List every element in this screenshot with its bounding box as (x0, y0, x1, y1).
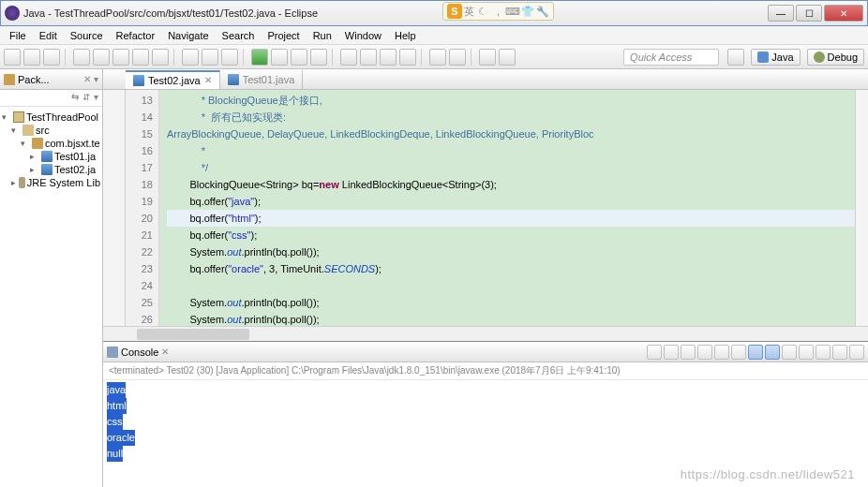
project-tree[interactable]: ▾TestThreadPool ▾src ▾com.bjsxt.te ▸Test… (0, 107, 102, 193)
java-file-icon (133, 75, 144, 86)
menu-refactor[interactable]: Refactor (111, 28, 161, 43)
package-explorer: Pack... ✕ ▾ ⇆ ⇵ ▾ ▾TestThreadPool ▾src ▾… (0, 69, 103, 487)
save-all-button[interactable] (43, 49, 60, 66)
console-tab[interactable]: Console ✕ (103, 342, 868, 362)
editor-tabs: Test02.java✕Test01.java (103, 69, 868, 90)
ime-logo-icon[interactable]: S (447, 4, 462, 19)
menu-source[interactable]: Source (65, 28, 109, 43)
ime-tool-icon[interactable]: 🔧 (536, 5, 549, 18)
folder-icon (22, 125, 34, 136)
minimize-view-button[interactable] (832, 345, 847, 360)
console-status: <terminated> Test02 (30) [Java Applicati… (103, 362, 868, 380)
library-icon (19, 177, 25, 188)
open-console-button[interactable] (816, 345, 831, 360)
scroll-lock-button[interactable] (748, 345, 763, 360)
debug-perspective-icon (814, 52, 825, 63)
menu-search[interactable]: Search (217, 28, 261, 43)
maximize-button[interactable]: ☐ (796, 5, 822, 22)
collapse-icon[interactable]: ⇆ (71, 92, 79, 104)
java-file-icon (41, 151, 52, 162)
java-file-icon (228, 74, 239, 85)
toolbar-button[interactable] (182, 49, 199, 66)
ime-skin-icon[interactable]: 👕 (521, 5, 534, 18)
project-icon (13, 111, 24, 123)
debug-button[interactable] (271, 49, 288, 66)
menu-project[interactable]: Project (262, 28, 305, 43)
close-view-icon[interactable]: ✕ (83, 74, 91, 84)
main-toolbar: Quick Access Java Debug (0, 45, 868, 69)
close-button[interactable]: ✕ (824, 5, 863, 22)
run-button[interactable] (251, 49, 268, 66)
forward-button[interactable] (499, 49, 516, 66)
code-editor[interactable]: 131415161718192021222324252627 * Blockin… (103, 90, 868, 326)
close-tab-icon[interactable]: ✕ (161, 347, 169, 357)
quick-access-input[interactable]: Quick Access (623, 49, 719, 66)
package-icon (4, 74, 15, 85)
toolbar-button[interactable] (291, 49, 307, 66)
toolbar-button[interactable] (360, 49, 377, 66)
remove-all-button[interactable] (714, 345, 729, 360)
editor-tab[interactable]: Test01.java (220, 70, 304, 89)
horizontal-scrollbar[interactable] (103, 326, 868, 341)
console-button[interactable] (647, 345, 662, 360)
toolbar-button[interactable] (380, 49, 397, 66)
toolbar-button[interactable] (310, 49, 327, 66)
toolbar-button[interactable] (132, 49, 149, 66)
watermark: https://blog.csdn.net/lidew521 (681, 467, 855, 481)
open-perspective-button[interactable] (727, 49, 744, 66)
perspective-debug[interactable]: Debug (807, 49, 864, 66)
code-area[interactable]: * BlockingQueue是个接口, * 所有已知实现类:ArrayBloc… (159, 90, 868, 326)
show-console-button[interactable] (765, 345, 780, 360)
package-icon (32, 138, 43, 149)
view-menu-icon[interactable]: ▾ (94, 92, 98, 104)
ime-lang[interactable]: 英 (464, 5, 474, 19)
perspective-java[interactable]: Java (751, 49, 800, 66)
java-file-icon (41, 164, 52, 175)
toolbar-button[interactable] (340, 49, 357, 66)
menu-edit[interactable]: Edit (34, 28, 63, 43)
ime-punct-icon[interactable]: ， (491, 5, 504, 18)
maximize-view-button[interactable] (849, 345, 864, 360)
ime-keyboard-icon[interactable]: ⌨ (506, 5, 519, 18)
view-menu-icon[interactable]: ▾ (94, 74, 98, 84)
toolbar-button[interactable] (73, 49, 90, 66)
terminate-button[interactable] (681, 345, 696, 360)
toolbar-button[interactable] (221, 49, 238, 66)
remove-launch-button[interactable] (697, 345, 712, 360)
console-button[interactable] (664, 345, 679, 360)
line-numbers: 131415161718192021222324252627 (126, 90, 159, 326)
console-icon (107, 347, 118, 358)
package-explorer-tab[interactable]: Pack... ✕ ▾ (0, 69, 102, 90)
clear-console-button[interactable] (731, 345, 746, 360)
java-perspective-icon (757, 52, 769, 63)
window-title: Java - TestThreadPool/src/com/bjsxt/test… (23, 7, 768, 19)
console-view: Console ✕ <terminated> Tes (103, 341, 868, 487)
menu-file[interactable]: File (4, 28, 32, 43)
editor-tab[interactable]: Test02.java✕ (126, 70, 220, 89)
eclipse-icon (5, 6, 20, 21)
toolbar-button[interactable] (449, 49, 466, 66)
menubar: FileEditSourceRefactorNavigateSearchProj… (0, 26, 868, 45)
display-console-button[interactable] (799, 345, 814, 360)
menu-help[interactable]: Help (389, 28, 422, 43)
toolbar-button[interactable] (93, 49, 110, 66)
toolbar-button[interactable] (112, 49, 129, 66)
toolbar-button[interactable] (152, 49, 169, 66)
pin-console-button[interactable] (782, 345, 797, 360)
link-icon[interactable]: ⇵ (82, 92, 90, 104)
window-titlebar: Java - TestThreadPool/src/com/bjsxt/test… (0, 0, 868, 26)
toolbar-button[interactable] (429, 49, 446, 66)
close-tab-icon[interactable]: ✕ (204, 75, 212, 85)
minimize-button[interactable]: — (768, 5, 794, 22)
overview-ruler[interactable] (855, 90, 868, 326)
ime-moon-icon[interactable]: ☾ (476, 5, 489, 18)
ime-bar[interactable]: S 英 ☾ ， ⌨ 👕 🔧 (442, 2, 554, 21)
back-button[interactable] (479, 49, 496, 66)
toolbar-button[interactable] (202, 49, 218, 66)
new-button[interactable] (4, 49, 21, 66)
toolbar-button[interactable] (399, 49, 416, 66)
save-button[interactable] (23, 49, 40, 66)
menu-window[interactable]: Window (339, 28, 387, 43)
menu-run[interactable]: Run (307, 28, 337, 43)
menu-navigate[interactable]: Navigate (162, 28, 214, 43)
